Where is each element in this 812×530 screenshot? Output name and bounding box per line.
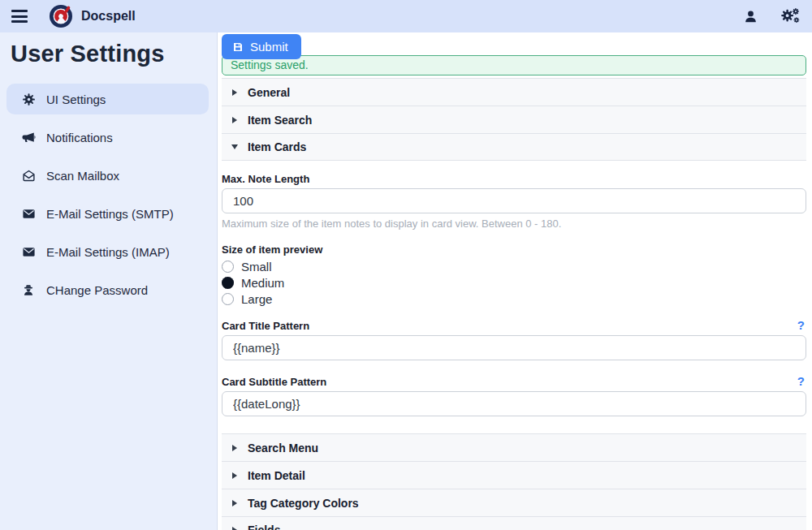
brand-name: Docspell bbox=[81, 9, 136, 24]
help-icon[interactable]: ? bbox=[797, 320, 806, 331]
brand[interactable]: Docspell bbox=[49, 4, 136, 28]
sidebar-item-email-smtp[interactable]: E-Mail Settings (SMTP) bbox=[6, 198, 209, 229]
card-title-pattern-label: Card Title Pattern bbox=[222, 320, 309, 332]
note-length-input[interactable] bbox=[222, 188, 806, 213]
card-subtitle-pattern-label: Card Subtitle Pattern bbox=[222, 376, 326, 388]
radio-icon bbox=[222, 277, 234, 289]
sidebar-item-label: Scan Mailbox bbox=[46, 169, 119, 183]
accordion-section-general[interactable]: General bbox=[222, 78, 806, 106]
card-subtitle-pattern-input[interactable] bbox=[222, 391, 806, 416]
note-length-help-text: Maximum size of the item notes to displa… bbox=[222, 218, 806, 230]
accordion-section-fields[interactable]: Fields bbox=[222, 516, 806, 530]
caret-icon bbox=[230, 472, 240, 479]
hamburger-menu-icon[interactable] bbox=[11, 10, 28, 23]
sidebar-item-label: Notifications bbox=[46, 131, 113, 144]
sidebar-item-change-password[interactable]: CHange Password bbox=[6, 274, 209, 305]
submit-button[interactable]: Submit bbox=[222, 34, 301, 59]
settings-menu: UI Settings Notifications bbox=[0, 84, 217, 305]
accordion-section-item-search[interactable]: Item Search bbox=[222, 106, 806, 133]
radio-option-large[interactable]: Large bbox=[222, 291, 806, 307]
accordion-section-item-detail[interactable]: Item Detail bbox=[222, 461, 806, 489]
settings-content: Submit Settings saved. General Item Sear… bbox=[218, 32, 812, 530]
user-account-icon[interactable] bbox=[743, 9, 758, 24]
caret-icon bbox=[230, 89, 240, 96]
sidebar-item-label: UI Settings bbox=[46, 93, 106, 106]
accordion-section-tag-category-colors[interactable]: Tag Category Colors bbox=[222, 489, 806, 516]
success-alert: Settings saved. bbox=[222, 55, 806, 75]
item-cards-panel: Max. Note Length Maximum size of the ite… bbox=[222, 173, 806, 416]
radio-option-medium[interactable]: Medium bbox=[222, 274, 806, 291]
sidebar-item-ui-settings[interactable]: UI Settings bbox=[6, 84, 209, 114]
sidebar-item-label: CHange Password bbox=[46, 283, 148, 297]
docspell-logo-icon bbox=[49, 4, 73, 28]
preview-size-label: Size of item preview bbox=[222, 243, 806, 256]
caret-icon bbox=[230, 445, 240, 451]
radio-icon bbox=[222, 261, 234, 273]
radio-icon bbox=[222, 293, 234, 305]
help-icon[interactable]: ? bbox=[797, 376, 806, 387]
settings-sidebar: User Settings UI Settings bbox=[0, 32, 218, 530]
alert-message: Settings saved. bbox=[231, 58, 309, 71]
accordion-section-item-cards[interactable]: Item Cards bbox=[222, 133, 806, 161]
sidebar-item-scan-mailbox[interactable]: Scan Mailbox bbox=[6, 160, 209, 191]
caret-icon bbox=[230, 144, 240, 149]
settings-accordion-bottom: Search Menu Item Detail Tag Category Col… bbox=[222, 433, 806, 530]
radio-option-small[interactable]: Small bbox=[222, 258, 806, 274]
envelope-icon bbox=[21, 206, 36, 221]
submit-button-label: Submit bbox=[250, 40, 288, 54]
gears-settings-icon[interactable] bbox=[780, 7, 801, 25]
bullhorn-icon bbox=[21, 130, 36, 144]
top-navbar: Docspell bbox=[0, 0, 812, 32]
sidebar-item-email-imap[interactable]: E-Mail Settings (IMAP) bbox=[6, 236, 209, 267]
gear-icon bbox=[21, 92, 36, 106]
sidebar-item-label: E-Mail Settings (SMTP) bbox=[46, 207, 174, 221]
caret-icon bbox=[230, 117, 240, 123]
envelope-open-icon bbox=[21, 168, 36, 183]
envelope-icon bbox=[21, 244, 36, 259]
caret-icon bbox=[230, 527, 240, 530]
card-title-pattern-input[interactable] bbox=[222, 335, 806, 360]
settings-accordion-top: General Item Search Item Cards bbox=[222, 78, 806, 161]
caret-icon bbox=[230, 500, 240, 506]
note-length-label: Max. Note Length bbox=[222, 173, 806, 185]
sidebar-item-notifications[interactable]: Notifications bbox=[6, 122, 209, 153]
preview-size-radio-group: Small Medium Large bbox=[222, 258, 806, 307]
accordion-section-search-menu[interactable]: Search Menu bbox=[222, 433, 806, 461]
save-icon bbox=[232, 41, 244, 53]
sidebar-item-label: E-Mail Settings (IMAP) bbox=[46, 245, 170, 259]
user-secret-icon bbox=[21, 282, 36, 297]
page-title: User Settings bbox=[11, 41, 217, 67]
